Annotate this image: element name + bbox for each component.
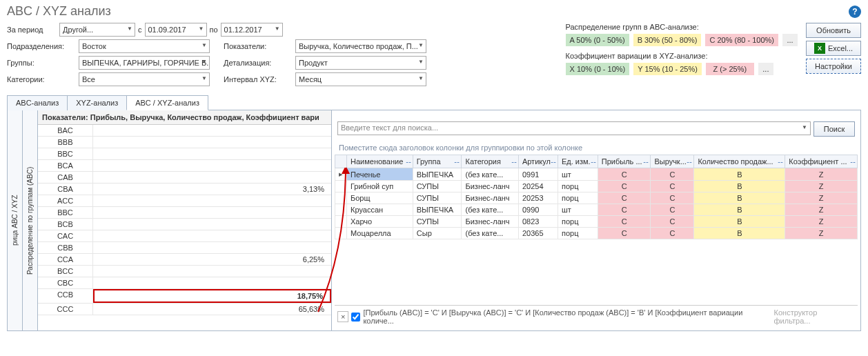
column-header[interactable]: Ед. изм.⚋ <box>558 155 598 168</box>
column-header[interactable]: Количество продаж...⚋ <box>694 155 785 168</box>
filter-icon[interactable]: ⚋ <box>591 157 596 164</box>
period-select[interactable]: Другой... <box>59 23 135 37</box>
filter-icon[interactable]: ⚋ <box>687 157 692 164</box>
abc-legend-label: Распределение групп в ABC-анализе: <box>566 23 728 31</box>
table-row[interactable]: Грибной супСУПЫБизнес-ланч20254порцCCBZ <box>335 181 858 192</box>
cell-coefficient: Z <box>785 204 858 216</box>
summary-row-BCA[interactable]: BCA <box>38 160 331 172</box>
tab-abc-xyz[interactable]: ABC / XYZ-анализ <box>126 95 208 110</box>
vtab-distribution[interactable]: Распределение по группам (ABC) <box>23 110 38 330</box>
xyz-legend-label: Коэффициент вариации в XYZ-анализе: <box>566 52 728 60</box>
left-grid-header: Показатели: Прибыль, Выручка, Количество… <box>38 110 331 125</box>
summary-row-CAB[interactable]: CAB <box>38 172 331 184</box>
tab-xyz[interactable]: XYZ-анализ <box>67 95 127 110</box>
help-icon[interactable]: ? <box>849 6 861 18</box>
summary-row-BCB[interactable]: BCB <box>38 219 331 230</box>
summary-row-CCA[interactable]: CCA6,25% <box>38 254 331 266</box>
summary-value <box>93 219 331 230</box>
summary-row-ACC[interactable]: ACC <box>38 195 331 207</box>
filter-icon[interactable]: ⚋ <box>511 157 517 164</box>
filter-icon[interactable]: ⚋ <box>643 157 649 164</box>
legend-z: Z (> 25%) <box>706 63 754 75</box>
cell-profit: C <box>598 192 651 204</box>
filter-icon[interactable]: ⚋ <box>406 157 411 164</box>
cell-article: 20254 <box>518 181 558 192</box>
table-row[interactable]: МоцареллаСыр(без кате...20365порцCCBZ <box>335 228 858 239</box>
xyz-legend: X 10% (0 - 10%) Y 15% (10 - 25%) Z (> 25… <box>566 63 798 75</box>
summary-row-CCC[interactable]: CCC65,63% <box>38 304 331 315</box>
xyz-more-button[interactable]: ... <box>758 63 773 75</box>
column-header[interactable]: Наименование⚋ <box>347 155 413 168</box>
summary-code: CCC <box>38 304 93 315</box>
summary-code: CBA <box>38 184 93 195</box>
summary-row-CBB[interactable]: CBB <box>38 242 331 254</box>
summary-code: CCB <box>38 289 93 303</box>
summary-value: 18,75% <box>93 289 331 303</box>
period-label: За период <box>7 26 57 34</box>
cell-unit: порц <box>558 228 598 239</box>
cell-revenue: C <box>651 216 694 228</box>
interval-select[interactable]: Месяц <box>295 72 426 86</box>
search-input[interactable]: Введите текст для поиска... <box>337 121 811 135</box>
division-select[interactable]: Восток <box>79 39 210 53</box>
column-header[interactable]: Группа⚋ <box>413 155 462 168</box>
from-date[interactable]: 01.09.2017 <box>145 23 207 37</box>
summary-row-CAC[interactable]: CAC <box>38 230 331 242</box>
detail-select[interactable]: Продукт <box>295 56 426 70</box>
cell-category: (без кате... <box>462 204 518 216</box>
filter-icon[interactable]: ⚋ <box>778 157 783 164</box>
cell-coefficient: Z <box>785 216 858 228</box>
column-header[interactable]: Артикул⚋ <box>518 155 558 168</box>
filter-checkbox[interactable] <box>351 313 360 322</box>
table-row[interactable]: ХарчоСУПЫБизнес-ланч0823порцCCBZ <box>335 216 858 228</box>
cell-coefficient: Z <box>785 168 858 181</box>
filter-builder-link[interactable]: Конструктор фильтра... <box>774 308 855 325</box>
abc-more-button[interactable]: ... <box>782 34 798 46</box>
summary-row-CBA[interactable]: CBA3,13% <box>38 184 331 195</box>
column-header[interactable]: Прибыль ...⚋ <box>598 155 651 168</box>
group-by-hint[interactable]: Поместите сюда заголовок колонки для гру… <box>335 141 858 155</box>
categories-select[interactable]: Все <box>79 72 210 86</box>
groups-select[interactable]: ВЫПЕЧКА, ГАРНИРЫ, ГОРЯЧИЕ Б... <box>79 56 210 70</box>
to-date[interactable]: 01.12.2017 <box>221 23 283 37</box>
summary-row-CBC[interactable]: CBC <box>38 277 331 289</box>
summary-row-BCC[interactable]: BCC <box>38 266 331 277</box>
column-header[interactable]: Выручк...⚋ <box>651 155 694 168</box>
cell-group: СУПЫ <box>413 181 462 192</box>
summary-row-CCB[interactable]: CCB18,75% <box>38 289 331 304</box>
cell-category: Бизнес-ланч <box>462 181 518 192</box>
filter-close-button[interactable]: × <box>337 311 348 322</box>
cell-revenue: C <box>651 228 694 239</box>
metrics-select[interactable]: Выручка, Количество продаж, П... <box>295 39 426 53</box>
summary-row-BBC[interactable]: BBC <box>38 148 331 160</box>
settings-button[interactable]: Настройки <box>806 59 861 74</box>
search-button[interactable]: Поиск <box>813 121 855 137</box>
legend-y: Y 15% (10 - 25%) <box>633 63 702 75</box>
filter-icon[interactable]: ⚋ <box>551 157 556 164</box>
summary-row-BBB[interactable]: BBB <box>38 137 331 148</box>
cell-article: 20253 <box>518 192 558 204</box>
tab-abc[interactable]: ABC-анализ <box>7 95 68 110</box>
cell-category: Бизнес-ланч <box>462 192 518 204</box>
column-header[interactable]: Коэффициент ...⚋ <box>785 155 858 168</box>
summary-row-BAC[interactable]: BAC <box>38 125 331 137</box>
row-marker-icon <box>335 216 347 228</box>
cell-revenue: C <box>651 181 694 192</box>
filter-icon[interactable]: ⚋ <box>850 157 856 164</box>
table-row[interactable]: КруассанВЫПЕЧКА(без кате...0990штCCBZ <box>335 204 858 216</box>
cell-name: Харчо <box>347 216 413 228</box>
summary-value <box>93 266 331 277</box>
cell-group: СУПЫ <box>413 192 462 204</box>
cell-category: (без кате... <box>462 168 518 181</box>
refresh-button[interactable]: Обновить <box>806 23 861 38</box>
vtab-matrix[interactable]: рица ABC / XYZ <box>8 110 23 330</box>
summary-row-BBC[interactable]: BBC <box>38 207 331 219</box>
cell-quantity: B <box>694 216 785 228</box>
excel-button[interactable]: XExcel... <box>806 41 861 56</box>
column-header[interactable]: Категория⚋ <box>462 155 518 168</box>
filter-icon[interactable]: ⚋ <box>454 157 460 164</box>
table-row[interactable]: ▸ПеченьеВЫПЕЧКА(без кате...0991штCCBZ <box>335 168 858 181</box>
summary-value: 3,13% <box>93 184 331 195</box>
table-row[interactable]: БорщСУПЫБизнес-ланч20253порцCCBZ <box>335 192 858 204</box>
row-marker-icon <box>335 204 347 216</box>
